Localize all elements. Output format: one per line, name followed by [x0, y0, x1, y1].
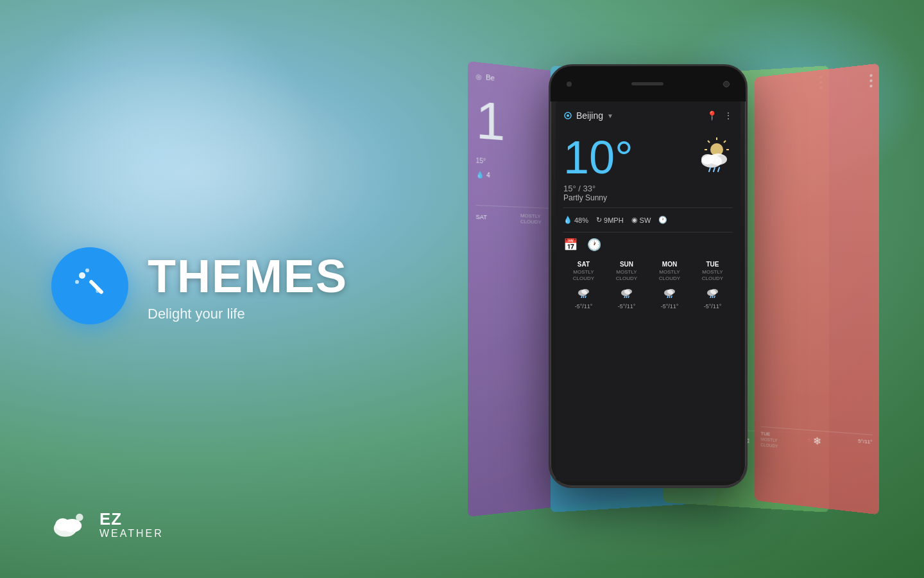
phone-body: Beijing ▼ 📍 ⋮ 10°	[549, 64, 748, 488]
cloud-icon	[51, 510, 90, 539]
divider-1	[563, 207, 733, 208]
svg-point-25	[581, 289, 589, 294]
humidity-value: 48%	[574, 216, 588, 224]
weather-condition-text: Partly Sunny	[563, 193, 733, 202]
location-icon	[563, 111, 572, 120]
forecast-sun: SUN MOSTLYCLOUDY -5°/11°	[606, 257, 647, 313]
ez-sublabel: WEATHER	[99, 528, 164, 539]
wind-stat: ↻ 9MPH	[596, 216, 624, 224]
tab-bar: 📅 🕐	[563, 238, 733, 252]
themes-title: THEMES	[148, 250, 348, 302]
phone-camera	[567, 82, 572, 87]
sat-temps: -5°/11°	[565, 303, 603, 310]
svg-line-27	[583, 296, 584, 298]
svg-line-41	[710, 296, 711, 298]
sun-condition: MOSTLYCLOUDY	[608, 269, 646, 281]
phone-container: ◎ Be 1 15° 💧4 SAT MOSTLYCLOUDY ❄ -5°/11°	[449, 39, 847, 539]
weather-main: 10°	[563, 134, 733, 180]
svg-point-8	[76, 514, 83, 521]
sun-icon	[608, 284, 646, 301]
menu-icon[interactable]: ⋮	[724, 110, 733, 121]
svg-point-20	[701, 154, 714, 164]
purple-card-city: Be	[486, 73, 495, 82]
temperature-display: 10°	[563, 134, 633, 180]
wind-direction: SW	[640, 216, 651, 224]
ez-label: EZ	[99, 510, 164, 529]
weather-app: Beijing ▼ 📍 ⋮ 10°	[556, 101, 740, 481]
tue-label: TUE	[694, 261, 732, 268]
svg-line-43	[714, 296, 715, 298]
magic-wand-icon	[71, 264, 109, 308]
svg-line-21	[709, 168, 710, 171]
weather-stats: 💧 48% ↻ 9MPH ◉ SW 🕐	[563, 216, 733, 224]
themes-subtitle: Delight your life	[148, 306, 348, 322]
clock-stat: 🕐	[658, 216, 667, 224]
compass-icon: ◉	[631, 216, 638, 224]
calendar-tab[interactable]: 📅	[563, 238, 578, 252]
humidity-icon: 💧	[563, 216, 572, 224]
svg-line-26	[581, 296, 582, 298]
svg-line-36	[667, 296, 668, 298]
mon-icon	[651, 284, 689, 301]
svg-line-42	[712, 296, 713, 298]
wind-speed: 9MPH	[604, 216, 624, 224]
svg-point-10	[567, 114, 569, 117]
svg-line-23	[718, 168, 719, 171]
theme-card-red: TUEMOSTLYCLOUDY ❄ 5°/11°	[755, 64, 878, 515]
svg-line-16	[708, 141, 710, 143]
svg-point-2	[85, 268, 89, 272]
pin-icon[interactable]: 📍	[706, 110, 717, 121]
svg-point-35	[667, 289, 675, 294]
mon-label: MON	[651, 261, 689, 268]
svg-point-30	[624, 289, 632, 294]
forecast-tue: TUE MOSTLYCLOUDY -5°/11°	[692, 257, 733, 313]
clock-tab[interactable]: 🕐	[587, 238, 601, 252]
sun-temps: -5°/11°	[608, 303, 646, 310]
svg-line-28	[585, 296, 586, 298]
sat-condition: MOSTLYCLOUDY	[565, 269, 603, 281]
ez-weather-text: EZ WEATHER	[99, 510, 164, 539]
svg-line-31	[624, 296, 625, 298]
header-icons: 📍 ⋮	[706, 110, 733, 121]
mon-condition: MOSTLYCLOUDY	[651, 269, 689, 281]
themes-circle-icon	[51, 247, 128, 324]
divider-2	[563, 232, 733, 232]
weather-header: Beijing ▼ 📍 ⋮	[563, 107, 733, 125]
svg-line-37	[669, 296, 670, 298]
forecast-sat: SAT MOSTLYCLOUDY -5°/11°	[563, 257, 604, 313]
sat-icon	[565, 284, 603, 301]
wind-icon: ↻	[596, 216, 602, 224]
themes-text-block: THEMES Delight your life	[148, 250, 348, 322]
svg-point-1	[75, 280, 79, 284]
svg-point-7	[55, 518, 70, 531]
svg-point-0	[79, 272, 85, 279]
svg-point-40	[710, 289, 718, 294]
ez-weather-logo: EZ WEATHER	[51, 510, 164, 539]
svg-line-32	[626, 296, 627, 298]
phone-screen: Beijing ▼ 📍 ⋮ 10°	[556, 101, 740, 481]
forecast-row: SAT MOSTLYCLOUDY -5°/11°	[563, 257, 733, 313]
city-display: Beijing ▼	[563, 110, 613, 121]
phone-front-camera	[723, 81, 730, 87]
phone-notch	[551, 66, 746, 101]
time-icon: 🕐	[658, 216, 667, 224]
humidity-stat: 💧 48%	[563, 216, 588, 224]
mon-temps: -5°/11°	[651, 303, 689, 310]
tue-temps: -5°/11°	[694, 303, 732, 310]
left-content: THEMES Delight your life	[51, 247, 348, 331]
wind-dir-stat: ◉ SW	[631, 216, 651, 224]
svg-line-22	[714, 168, 715, 171]
forecast-mon: MON MOSTLYCLOUDY -5°/11°	[649, 257, 690, 313]
weather-condition-icon	[697, 137, 733, 179]
tue-condition: MOSTLYCLOUDY	[694, 269, 732, 281]
red-card-dots	[869, 74, 872, 87]
city-name: Beijing	[576, 110, 603, 121]
svg-point-4	[96, 289, 99, 293]
themes-logo: THEMES Delight your life	[51, 247, 348, 324]
svg-line-38	[671, 296, 672, 298]
svg-line-17	[724, 141, 726, 143]
svg-line-33	[628, 296, 629, 298]
temp-range: 15° / 33°	[563, 184, 733, 193]
sat-label: SAT	[565, 261, 603, 268]
sun-label: SUN	[608, 261, 646, 268]
